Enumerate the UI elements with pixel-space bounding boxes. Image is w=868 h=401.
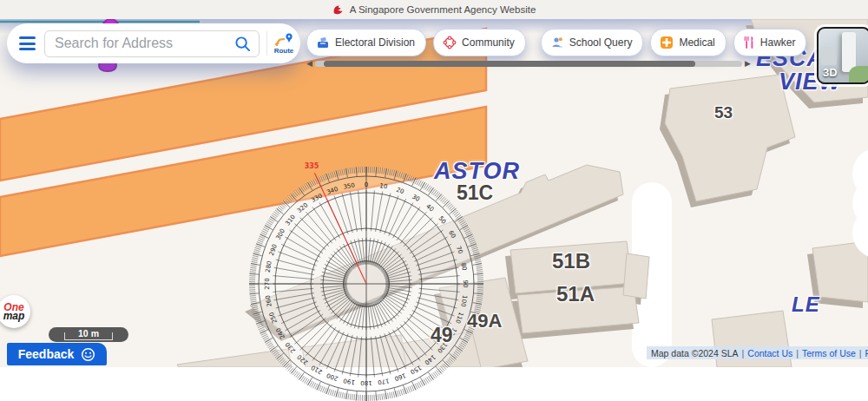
separator: |: [859, 348, 862, 358]
edge-control-button[interactable]: [852, 148, 868, 259]
community-icon: [443, 36, 457, 49]
building-label-51b: 51B: [552, 251, 590, 272]
search-icon[interactable]: [234, 36, 251, 52]
street-label-astor: ASTOR: [434, 160, 520, 183]
govt-banner-text: A Singapore Government Agency Website: [350, 4, 536, 15]
feedback-label: Feedback: [18, 347, 75, 361]
search-input[interactable]: [45, 36, 234, 51]
category-scrollbar: ◀ ▶: [306, 59, 751, 68]
map-attribution: Map data ©2024 SLA | Contact Us | Terms …: [647, 346, 868, 359]
building-label-51a: 51A: [556, 284, 595, 305]
building-label-51c: 51C: [457, 183, 493, 203]
scrollbar-track[interactable]: [315, 61, 742, 67]
scroll-left-arrow-icon[interactable]: ◀: [306, 59, 312, 68]
search-box: [44, 30, 260, 57]
report-link[interactable]: Report V: [865, 348, 868, 358]
category-medical[interactable]: Medical: [650, 29, 726, 56]
menu-icon[interactable]: [19, 34, 36, 54]
terms-of-use-link[interactable]: Terms of Use: [802, 348, 856, 358]
sg-lion-crest-icon: [332, 4, 344, 16]
building-label-49: 49: [431, 325, 453, 345]
svg-text:90: 90: [462, 280, 469, 288]
svg-text:10: 10: [379, 182, 388, 190]
route-button[interactable]: Route: [267, 32, 300, 55]
svg-text:180: 180: [360, 379, 372, 386]
category-label: School Query: [569, 36, 633, 49]
3d-button-label: 3D: [823, 66, 838, 79]
medical-cross-icon: [660, 36, 674, 49]
category-label: Hawker: [760, 36, 796, 49]
smiley-icon: [81, 347, 95, 362]
category-label: Community: [462, 36, 515, 49]
svg-text:270: 270: [264, 278, 271, 289]
separator: |: [742, 348, 745, 358]
onemap-logo-map: map: [3, 311, 25, 321]
category-label: Electoral Division: [335, 36, 415, 49]
category-pill-row: Electoral Division Community School Quer…: [306, 29, 806, 55]
category-school-query[interactable]: School Query: [541, 29, 644, 56]
svg-text:80: 80: [460, 262, 468, 271]
ballot-box-icon: [316, 36, 330, 49]
scrollbar-thumb[interactable]: [324, 61, 695, 67]
hawker-utensils-icon: [743, 36, 755, 49]
svg-text:335: 335: [305, 162, 319, 170]
category-hawker[interactable]: Hawker: [733, 29, 807, 56]
govt-banner: A Singapore Government Agency Website: [0, 0, 868, 19]
3d-thumbnail-tower: [842, 32, 856, 72]
search-panel: Route: [7, 23, 300, 63]
separator: |: [796, 348, 799, 358]
svg-text:0: 0: [365, 181, 368, 188]
building-label-49a: 49A: [467, 312, 502, 331]
scale-label: 10 m: [49, 328, 128, 339]
category-label: Medical: [679, 36, 714, 49]
attribution-text: Map data ©2024 SLA: [651, 348, 739, 358]
category-electoral-division[interactable]: Electoral Division: [306, 29, 426, 56]
contact-us-link[interactable]: Contact Us: [747, 348, 792, 358]
route-label: Route: [274, 47, 294, 55]
map-scale-bar: 10 m: [49, 327, 128, 342]
building-label-53: 53: [714, 104, 733, 121]
school-icon: [550, 36, 564, 49]
street-label-le: LE: [792, 294, 820, 315]
route-icon: [273, 32, 294, 46]
map-3d-toggle-button[interactable]: 3D: [817, 27, 868, 84]
category-community[interactable]: Community: [433, 29, 526, 56]
scroll-right-arrow-icon[interactable]: ▶: [745, 59, 751, 68]
3d-thumbnail-building: [821, 47, 836, 65]
3d-thumbnail-green: [849, 66, 868, 84]
feedback-button[interactable]: Feedback: [7, 343, 107, 365]
